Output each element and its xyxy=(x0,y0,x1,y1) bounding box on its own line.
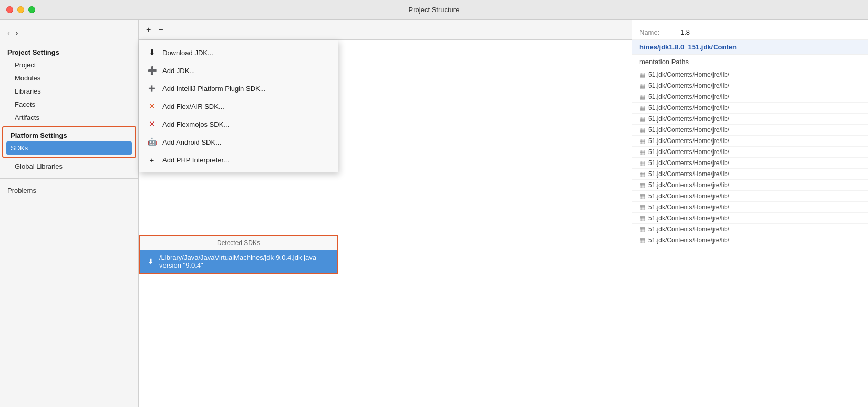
sdk-download-icon: ⬇ xyxy=(148,257,154,266)
path-value: 51.jdk/Contents/Home/jre/lib/ xyxy=(648,126,729,134)
sidebar-item-modules[interactable]: Modules xyxy=(0,72,138,85)
path-icon: ▦ xyxy=(639,115,645,123)
sidebar-item-facets[interactable]: Facets xyxy=(0,98,138,111)
path-value: 51.jdk/Contents/Home/jre/lib/ xyxy=(648,104,729,111)
sidebar-item-global-libraries[interactable]: Global Libraries xyxy=(0,160,138,173)
menu-item-add-jdk[interactable]: ➕ Add JDK... xyxy=(139,62,338,79)
menu-item-label: Download JDK... xyxy=(162,49,213,57)
sidebar-item-sdks[interactable]: SDKs xyxy=(6,141,132,155)
detected-sdk-item-highlighted[interactable]: ⬇ /Library/Java/JavaVirtualMachines/jdk-… xyxy=(140,250,337,273)
path-value: 51.jdk/Contents/Home/jre/lib/ xyxy=(648,204,729,211)
sidebar-item-problems[interactable]: Problems xyxy=(0,184,138,197)
path-icon: ▦ xyxy=(639,137,645,145)
path-icon: ▦ xyxy=(639,148,645,156)
path-list-item: ▦51.jdk/Contents/Home/jre/lib/ xyxy=(632,114,868,125)
path-icon: ▦ xyxy=(639,237,645,244)
path-icon: ▦ xyxy=(639,104,645,111)
path-value: 51.jdk/Contents/Home/jre/lib/ xyxy=(648,237,729,244)
php-icon: + xyxy=(147,155,157,165)
forward-arrow[interactable]: › xyxy=(15,28,18,38)
path-icon: ▦ xyxy=(639,226,645,233)
path-list-item: ▦51.jdk/Contents/Home/jre/lib/ xyxy=(632,235,868,246)
path-value: 51.jdk/Contents/Home/jre/lib/ xyxy=(648,159,729,167)
sdk-path: /Library/Java/JavaVirtualMachines/jdk-9.… xyxy=(159,253,329,269)
menu-item-add-intellij-sdk[interactable]: ➕ Add IntelliJ Platform Plugin SDK... xyxy=(139,79,338,97)
path-icon: ▦ xyxy=(639,82,645,89)
nav-back-forward: ‹ › xyxy=(0,25,138,44)
right-panel-content: Name: 1.8 hines/jdk1.8.0_151.jdk/Conten … xyxy=(632,20,868,251)
menu-item-download-jdk[interactable]: ⬇ Download JDK... xyxy=(139,44,338,62)
name-value: 1.8 xyxy=(680,28,690,36)
path-list-item: ▦51.jdk/Contents/Home/jre/lib/ xyxy=(632,147,868,158)
sidebar-item-project[interactable]: Project xyxy=(0,58,138,72)
path-icon: ▦ xyxy=(639,192,645,200)
path-value: 51.jdk/Contents/Home/jre/lib/ xyxy=(648,71,729,78)
maximize-button[interactable] xyxy=(28,6,35,13)
android-icon: 🤖 xyxy=(147,137,157,147)
docs-label: mentation Paths xyxy=(639,58,689,66)
toolbar: + − xyxy=(139,20,632,40)
path-list-item: ▦51.jdk/Contents/Home/jre/lib/ xyxy=(632,191,868,202)
path-list-item: ▦51.jdk/Contents/Home/jre/lib/ xyxy=(632,224,868,235)
minimize-button[interactable] xyxy=(17,6,24,13)
menu-item-label: Add PHP Interpreter... xyxy=(162,156,229,164)
path-value: 51.jdk/Contents/Home/jre/lib/ xyxy=(648,181,729,189)
platform-settings-container: Platform Settings SDKs xyxy=(2,126,136,158)
menu-item-label: Add Flexmojos SDK... xyxy=(162,120,229,128)
path-value: 51.jdk/Contents/Home/jre/lib/ xyxy=(648,192,729,200)
path-list-item: ▦51.jdk/Contents/Home/jre/lib/ xyxy=(632,80,868,91)
titlebar: Project Structure xyxy=(0,0,868,20)
path-list-item: ▦51.jdk/Contents/Home/jre/lib/ xyxy=(632,158,868,169)
name-row: Name: 1.8 xyxy=(632,25,868,40)
path-icon: ▦ xyxy=(639,126,645,134)
path-value: 51.jdk/Contents/Home/jre/lib/ xyxy=(648,226,729,233)
path-list-item: ▦51.jdk/Contents/Home/jre/lib/ xyxy=(632,180,868,191)
name-label: Name: xyxy=(639,28,676,36)
detected-sdks-header: Detected SDKs xyxy=(140,236,337,250)
menu-item-label: Add Android SDK... xyxy=(162,138,221,146)
path-header-row[interactable]: hines/jdk1.8.0_151.jdk/Conten xyxy=(632,40,868,55)
path-value: 51.jdk/Contents/Home/jre/lib/ xyxy=(648,170,729,178)
project-settings-header: Project Settings xyxy=(0,44,138,58)
close-button[interactable] xyxy=(6,6,13,13)
sidebar-item-artifacts[interactable]: Artifacts xyxy=(0,111,138,124)
intellij-sdk-icon: ➕ xyxy=(147,83,157,94)
sidebar-divider xyxy=(0,178,138,179)
path-value: 51.jdk/Contents/Home/jre/lib/ xyxy=(648,137,729,145)
menu-item-add-flex[interactable]: ✕ Add Flex/AIR SDK... xyxy=(139,97,338,115)
menu-item-add-android[interactable]: 🤖 Add Android SDK... xyxy=(139,133,338,151)
path-list-item: ▦51.jdk/Contents/Home/jre/lib/ xyxy=(632,213,868,224)
path-list-item: ▦51.jdk/Contents/Home/jre/lib/ xyxy=(632,69,868,80)
path-list-item: ▦51.jdk/Contents/Home/jre/lib/ xyxy=(632,91,868,103)
path-list-item: ▦51.jdk/Contents/Home/jre/lib/ xyxy=(632,125,868,136)
path-icon: ▦ xyxy=(639,71,645,78)
path-list-item: ▦51.jdk/Contents/Home/jre/lib/ xyxy=(632,103,868,114)
path-list-item: ▦51.jdk/Contents/Home/jre/lib/ xyxy=(632,169,868,180)
menu-item-label: Add Flex/AIR SDK... xyxy=(162,103,224,110)
path-list-item: ▦51.jdk/Contents/Home/jre/lib/ xyxy=(632,202,868,213)
path-icon: ▦ xyxy=(639,204,645,211)
path-value: 51.jdk/Contents/Home/jre/lib/ xyxy=(648,115,729,123)
menu-item-add-flexmojos[interactable]: ✕ Add Flexmojos SDK... xyxy=(139,115,338,133)
path-value: 51.jdk/Contents/Home/jre/lib/ xyxy=(648,148,729,156)
path-list: ▦51.jdk/Contents/Home/jre/lib/▦51.jdk/Co… xyxy=(632,69,868,246)
docs-row: mentation Paths xyxy=(632,55,868,69)
add-jdk-icon: ➕ xyxy=(147,65,157,76)
download-icon: ⬇ xyxy=(147,47,157,58)
path-header-value: hines/jdk1.8.0_151.jdk/Conten xyxy=(639,43,737,51)
remove-button[interactable]: − xyxy=(156,24,165,36)
menu-item-add-php[interactable]: + Add PHP Interpreter... xyxy=(139,151,338,169)
flex-icon: ✕ xyxy=(147,101,157,111)
add-button[interactable]: + xyxy=(144,24,153,36)
platform-settings-header: Platform Settings xyxy=(3,127,135,140)
path-icon: ▦ xyxy=(639,170,645,178)
path-icon: ▦ xyxy=(639,215,645,222)
detected-sdks-section: Detected SDKs ⬇ /Library/Java/JavaVirtua… xyxy=(139,235,338,274)
flexmojos-icon: ✕ xyxy=(147,119,157,129)
sidebar-item-libraries[interactable]: Libraries xyxy=(0,85,138,98)
path-icon: ▦ xyxy=(639,93,645,100)
back-arrow[interactable]: ‹ xyxy=(7,28,10,38)
right-panel: Name: 1.8 hines/jdk1.8.0_151.jdk/Conten … xyxy=(632,20,868,407)
center-panel: + − ⬇ Download JDK... ➕ Add JDK... ➕ Add… xyxy=(139,20,632,407)
path-icon: ▦ xyxy=(639,159,645,167)
